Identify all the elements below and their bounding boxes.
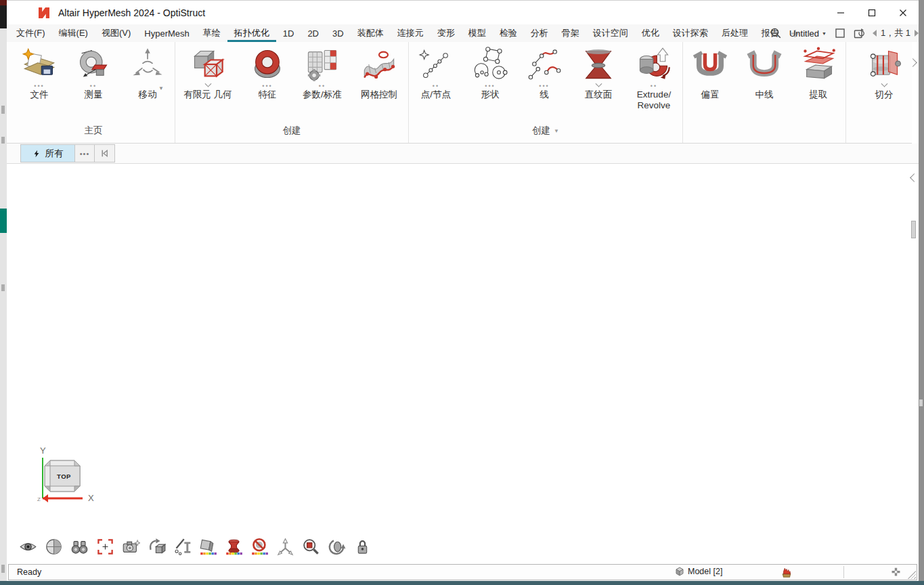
tab-3D[interactable]: 3D	[326, 24, 351, 42]
tab-2D[interactable]: 2D	[301, 24, 326, 42]
tab-设计空间[interactable]: 设计空间	[586, 24, 635, 42]
tab-变形[interactable]: 变形	[431, 24, 462, 42]
tab-后处理[interactable]: 后处理	[715, 24, 755, 42]
status-message: Ready	[17, 567, 41, 577]
gear-plus-icon[interactable]	[890, 567, 902, 578]
extrude-revolve-icon	[636, 47, 672, 82]
model-selector[interactable]: Model [2]	[674, 566, 722, 577]
ribbon-tool-label: 点/节点	[421, 89, 451, 100]
tab-骨架[interactable]: 骨架	[555, 24, 586, 42]
ribbon-tool-ruled-surface[interactable]: 直纹面	[571, 45, 625, 100]
chevron-down-icon	[596, 82, 601, 89]
visibility-eye-button[interactable]	[18, 536, 38, 557]
element-color-button[interactable]	[223, 536, 244, 557]
tab-装配体[interactable]: 装配体	[351, 24, 391, 42]
tab-1D[interactable]: 1D	[276, 24, 301, 42]
minimize-button[interactable]	[825, 1, 856, 24]
filter-all-label: 所有	[45, 148, 64, 160]
ribbon-tool-line[interactable]: •••线	[517, 45, 571, 100]
ribbon-tool-measure[interactable]: ••测量	[66, 45, 120, 100]
tab-分析[interactable]: 分析	[524, 24, 555, 42]
extract-icon	[801, 47, 836, 82]
tab-HyperMesh[interactable]: HyperMesh	[137, 24, 196, 42]
group-label-text: 主页	[85, 125, 103, 137]
session-name: Untitled	[789, 28, 819, 39]
tab-优化[interactable]: 优化	[635, 24, 666, 42]
ribbon-tool-shape[interactable]: •••形状	[463, 45, 517, 100]
shaded-sphere-button[interactable]	[43, 536, 64, 557]
line-icon	[527, 47, 562, 82]
ribbon-tool-fe-geometry[interactable]: 有限元 几何	[175, 45, 240, 100]
ribbon-group-label[interactable]: 创建▼	[409, 121, 682, 143]
close-button[interactable]	[887, 1, 919, 24]
ribbon-group-tools: 偏置中线提取	[683, 45, 845, 133]
ribbon-tool-offset[interactable]: 偏置	[683, 45, 737, 100]
tab-设计探索[interactable]: 设计探索	[666, 24, 715, 42]
ribbon-tool-point-node[interactable]: ••点/节点	[409, 45, 463, 100]
ribbon-group-主页: •••文件••测量▼移动主页	[7, 42, 175, 143]
tab-编辑(E)[interactable]: 编辑(E)	[52, 24, 95, 42]
triad-icon	[276, 538, 294, 556]
spin-view-button[interactable]	[326, 536, 347, 557]
fe-geometry-icon	[190, 47, 225, 82]
reset-layout-icon[interactable]	[854, 28, 864, 39]
axis-y-label: Y	[40, 446, 46, 456]
ribbon-tool-extract[interactable]: 提取	[791, 45, 845, 100]
filter-all-button[interactable]: 所有	[21, 145, 75, 162]
ribbon-tool-label: 移动	[139, 89, 157, 100]
modeling-canvas[interactable]	[7, 164, 919, 564]
prev-page-icon[interactable]	[873, 30, 877, 37]
ribbon-tool-label: 提取	[810, 89, 828, 100]
ribbon-group-unlabeled: 切分	[846, 42, 922, 143]
ribbon-tool-param-standard[interactable]: ••参数/标准	[294, 45, 350, 100]
find-binoculars-button[interactable]	[69, 536, 89, 557]
filter-more-button[interactable]: •••	[75, 145, 95, 162]
skip-to-start-button[interactable]	[95, 145, 114, 162]
lock-icon	[353, 538, 372, 556]
tab-检验[interactable]: 检验	[493, 24, 524, 42]
tab-草绘[interactable]: 草绘	[196, 24, 227, 42]
window-title: Altair HyperMesh 2024 - OptiStruct	[58, 7, 205, 18]
param-standard-icon	[305, 47, 340, 82]
ribbon-tool-file[interactable]: •••文件	[12, 45, 66, 100]
ribbon-tool-midline[interactable]: 中线	[737, 45, 791, 100]
lock-button[interactable]	[352, 536, 372, 557]
tab-文件(F)[interactable]: 文件(F)	[9, 24, 52, 42]
color-off-button[interactable]	[249, 536, 269, 557]
ribbon-tool-mesh-control[interactable]: 网格控制	[350, 45, 408, 100]
ribbon-tool-label: Extrude/Revolve	[637, 89, 671, 111]
geometry-color-button[interactable]	[198, 536, 218, 557]
ribbon-tool-move[interactable]: ▼移动	[120, 45, 175, 100]
flyout-arrow-icon[interactable]: ▼	[158, 86, 164, 91]
ribbon-tool-label: 文件	[30, 89, 49, 100]
zoom-select-button[interactable]	[301, 536, 321, 557]
triad-button[interactable]	[275, 536, 295, 557]
ribbon-group-tools: ••点/节点•••形状•••线直纹面••Extrude/Revolve	[409, 45, 682, 121]
measure-icon	[76, 47, 111, 82]
tab-拓扑优化[interactable]: 拓扑优化	[227, 24, 276, 42]
tab-视图(V)[interactable]: 视图(V)	[95, 24, 137, 42]
fit-view-button[interactable]	[95, 536, 115, 557]
maximize-button[interactable]	[856, 1, 887, 24]
layout-square-icon[interactable]	[835, 28, 845, 39]
tab-模型[interactable]: 模型	[462, 24, 493, 42]
element-style-button[interactable]	[172, 536, 192, 557]
resize-grip[interactable]	[908, 571, 916, 579]
ruled-surface-icon	[581, 47, 616, 82]
ribbon-tool-split[interactable]: 切分	[857, 45, 911, 100]
search-icon[interactable]	[770, 28, 781, 39]
session-dropdown[interactable]: Untitled ▼	[789, 28, 827, 39]
tab-连接元[interactable]: 连接元	[391, 24, 431, 42]
left-strip-fragment	[1, 565, 5, 573]
ribbon-group-tools: 切分	[857, 45, 911, 133]
snapshot-camera-button[interactable]	[120, 536, 141, 557]
left-edge-strip	[0, 0, 7, 585]
view-orientation-cube[interactable]: Y Z TOP X	[31, 444, 96, 506]
rotate-view-button[interactable]	[146, 536, 167, 557]
ribbon-tool-feature[interactable]: •••特征	[240, 45, 294, 100]
flame-icon	[780, 567, 793, 579]
ribbon-tool-extrude-revolve[interactable]: ••Extrude/Revolve	[625, 45, 682, 111]
spin-view-icon	[328, 538, 346, 556]
right-scrollbar-thumb[interactable]	[911, 221, 916, 238]
ribbon-group-label	[683, 133, 845, 143]
